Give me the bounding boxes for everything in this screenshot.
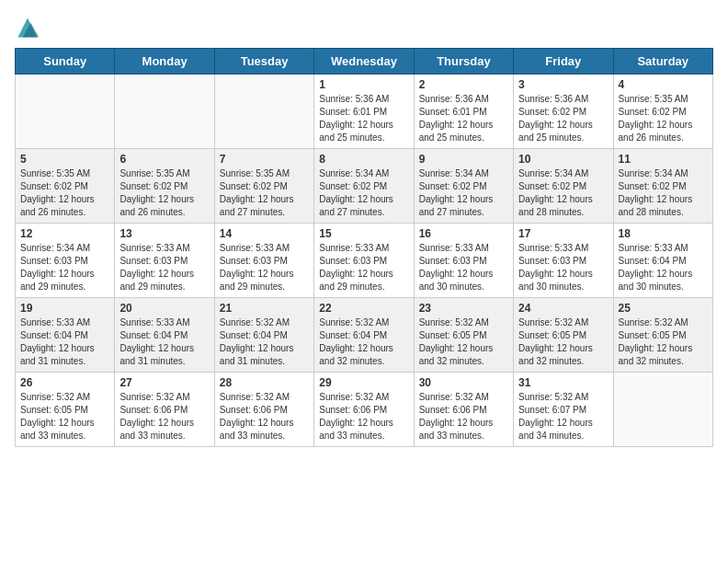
calendar-cell: 11Sunrise: 5:34 AMSunset: 6:02 PMDayligh…: [613, 149, 712, 224]
day-number: 4: [619, 78, 708, 91]
calendar-cell: 25Sunrise: 5:32 AMSunset: 6:05 PMDayligh…: [613, 298, 712, 373]
day-number: 9: [419, 153, 508, 166]
calendar-cell: 29Sunrise: 5:32 AMSunset: 6:06 PMDayligh…: [314, 373, 414, 447]
calendar-cell: 28Sunrise: 5:32 AMSunset: 6:06 PMDayligh…: [214, 373, 313, 447]
calendar-cell: 6Sunrise: 5:35 AMSunset: 6:02 PMDaylight…: [115, 149, 214, 224]
day-number: 22: [319, 302, 408, 315]
calendar-week-5: 26Sunrise: 5:32 AMSunset: 6:05 PMDayligh…: [16, 373, 713, 447]
calendar-cell: [214, 75, 313, 149]
day-number: 12: [20, 227, 109, 240]
calendar-cell: [16, 75, 115, 149]
day-number: 5: [20, 153, 109, 166]
calendar-cell: 16Sunrise: 5:33 AMSunset: 6:03 PMDayligh…: [414, 224, 513, 298]
weekday-header-wednesday: Wednesday: [314, 49, 414, 75]
day-info: Sunrise: 5:34 AMSunset: 6:02 PMDaylight:…: [319, 167, 408, 219]
day-number: 28: [220, 376, 309, 389]
day-number: 25: [619, 302, 708, 315]
calendar-cell: 22Sunrise: 5:32 AMSunset: 6:04 PMDayligh…: [314, 298, 414, 373]
calendar-cell: 18Sunrise: 5:33 AMSunset: 6:04 PMDayligh…: [613, 224, 712, 298]
day-number: 8: [319, 153, 408, 166]
day-info: Sunrise: 5:35 AMSunset: 6:02 PMDaylight:…: [220, 167, 309, 219]
day-info: Sunrise: 5:35 AMSunset: 6:02 PMDaylight:…: [20, 167, 109, 219]
day-info: Sunrise: 5:32 AMSunset: 6:05 PMDaylight:…: [518, 316, 608, 368]
calendar-cell: 13Sunrise: 5:33 AMSunset: 6:03 PMDayligh…: [115, 224, 214, 298]
weekday-header-thursday: Thursday: [414, 49, 513, 75]
day-number: 29: [319, 376, 408, 389]
calendar-cell: 26Sunrise: 5:32 AMSunset: 6:05 PMDayligh…: [16, 373, 115, 447]
day-number: 15: [319, 227, 408, 240]
day-number: 31: [518, 376, 608, 389]
day-info: Sunrise: 5:36 AMSunset: 6:02 PMDaylight:…: [518, 93, 608, 144]
day-number: 10: [518, 153, 608, 166]
weekday-header-monday: Monday: [115, 49, 214, 75]
day-info: Sunrise: 5:32 AMSunset: 6:05 PMDaylight:…: [419, 316, 508, 368]
day-number: 14: [220, 227, 309, 240]
logo: [15, 15, 44, 40]
calendar-cell: 8Sunrise: 5:34 AMSunset: 6:02 PMDaylight…: [314, 149, 414, 224]
day-number: 21: [220, 302, 309, 315]
day-number: 27: [119, 376, 209, 389]
day-info: Sunrise: 5:34 AMSunset: 6:03 PMDaylight:…: [20, 242, 109, 293]
day-number: 19: [20, 302, 109, 315]
day-number: 11: [619, 153, 708, 166]
calendar-week-4: 19Sunrise: 5:33 AMSunset: 6:04 PMDayligh…: [16, 298, 713, 373]
page-header: [15, 15, 713, 40]
calendar-cell: 7Sunrise: 5:35 AMSunset: 6:02 PMDaylight…: [214, 149, 313, 224]
weekday-header-row: SundayMondayTuesdayWednesdayThursdayFrid…: [16, 49, 713, 75]
day-info: Sunrise: 5:33 AMSunset: 6:03 PMDaylight:…: [419, 242, 508, 293]
calendar-cell: 4Sunrise: 5:35 AMSunset: 6:02 PMDaylight…: [613, 75, 712, 149]
day-info: Sunrise: 5:32 AMSunset: 6:06 PMDaylight:…: [319, 391, 408, 442]
day-number: 18: [619, 227, 708, 240]
day-info: Sunrise: 5:34 AMSunset: 6:02 PMDaylight:…: [518, 167, 608, 219]
calendar-table: SundayMondayTuesdayWednesdayThursdayFrid…: [15, 48, 713, 447]
calendar-cell: 17Sunrise: 5:33 AMSunset: 6:03 PMDayligh…: [514, 224, 613, 298]
weekday-header-saturday: Saturday: [613, 49, 712, 75]
calendar-cell: 15Sunrise: 5:33 AMSunset: 6:03 PMDayligh…: [314, 224, 414, 298]
day-number: 2: [419, 78, 508, 91]
day-info: Sunrise: 5:32 AMSunset: 6:06 PMDaylight:…: [220, 391, 309, 442]
calendar-cell: 27Sunrise: 5:32 AMSunset: 6:06 PMDayligh…: [115, 373, 214, 447]
day-info: Sunrise: 5:33 AMSunset: 6:04 PMDaylight:…: [119, 316, 209, 368]
calendar-cell: 14Sunrise: 5:33 AMSunset: 6:03 PMDayligh…: [214, 224, 313, 298]
day-info: Sunrise: 5:33 AMSunset: 6:04 PMDaylight:…: [20, 316, 109, 368]
day-number: 23: [419, 302, 508, 315]
day-number: 13: [119, 227, 209, 240]
weekday-header-friday: Friday: [514, 49, 613, 75]
day-number: 17: [518, 227, 608, 240]
calendar-cell: 20Sunrise: 5:33 AMSunset: 6:04 PMDayligh…: [115, 298, 214, 373]
day-info: Sunrise: 5:33 AMSunset: 6:03 PMDaylight:…: [220, 242, 309, 293]
calendar-cell: 23Sunrise: 5:32 AMSunset: 6:05 PMDayligh…: [414, 298, 513, 373]
day-number: 26: [20, 376, 109, 389]
day-info: Sunrise: 5:32 AMSunset: 6:06 PMDaylight:…: [119, 391, 209, 442]
calendar-cell: 9Sunrise: 5:34 AMSunset: 6:02 PMDaylight…: [414, 149, 513, 224]
calendar-cell: 5Sunrise: 5:35 AMSunset: 6:02 PMDaylight…: [16, 149, 115, 224]
calendar-cell: 1Sunrise: 5:36 AMSunset: 6:01 PMDaylight…: [314, 75, 414, 149]
weekday-header-sunday: Sunday: [16, 49, 115, 75]
calendar-cell: 3Sunrise: 5:36 AMSunset: 6:02 PMDaylight…: [514, 75, 613, 149]
day-info: Sunrise: 5:32 AMSunset: 6:05 PMDaylight:…: [619, 316, 708, 368]
calendar-cell: 12Sunrise: 5:34 AMSunset: 6:03 PMDayligh…: [16, 224, 115, 298]
calendar-week-1: 1Sunrise: 5:36 AMSunset: 6:01 PMDaylight…: [16, 75, 713, 149]
calendar-cell: 2Sunrise: 5:36 AMSunset: 6:01 PMDaylight…: [414, 75, 513, 149]
logo-icon: [15, 15, 40, 40]
calendar-cell: 24Sunrise: 5:32 AMSunset: 6:05 PMDayligh…: [514, 298, 613, 373]
day-number: 24: [518, 302, 608, 315]
weekday-header-tuesday: Tuesday: [214, 49, 313, 75]
day-number: 16: [419, 227, 508, 240]
calendar-week-3: 12Sunrise: 5:34 AMSunset: 6:03 PMDayligh…: [16, 224, 713, 298]
day-info: Sunrise: 5:35 AMSunset: 6:02 PMDaylight:…: [619, 93, 708, 144]
day-info: Sunrise: 5:34 AMSunset: 6:02 PMDaylight:…: [619, 167, 708, 219]
day-info: Sunrise: 5:32 AMSunset: 6:05 PMDaylight:…: [20, 391, 109, 442]
day-info: Sunrise: 5:36 AMSunset: 6:01 PMDaylight:…: [319, 93, 408, 144]
day-number: 20: [119, 302, 209, 315]
calendar-cell: 30Sunrise: 5:32 AMSunset: 6:06 PMDayligh…: [414, 373, 513, 447]
day-number: 30: [419, 376, 508, 389]
day-info: Sunrise: 5:32 AMSunset: 6:07 PMDaylight:…: [518, 391, 608, 442]
calendar-cell: [613, 373, 712, 447]
day-info: Sunrise: 5:33 AMSunset: 6:03 PMDaylight:…: [119, 242, 209, 293]
day-info: Sunrise: 5:35 AMSunset: 6:02 PMDaylight:…: [119, 167, 209, 219]
day-info: Sunrise: 5:33 AMSunset: 6:03 PMDaylight:…: [518, 242, 608, 293]
day-info: Sunrise: 5:33 AMSunset: 6:03 PMDaylight:…: [319, 242, 408, 293]
day-number: 3: [518, 78, 608, 91]
calendar-week-2: 5Sunrise: 5:35 AMSunset: 6:02 PMDaylight…: [16, 149, 713, 224]
